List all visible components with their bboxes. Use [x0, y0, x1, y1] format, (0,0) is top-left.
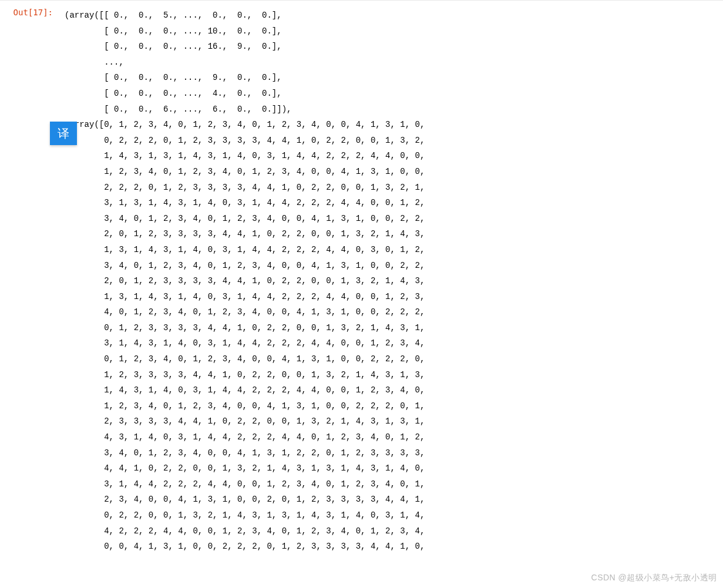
array2-row-27: 0, 0, 4, 1, 3, 1, 0, 0, 2, 2, 2, 0, 1, 2…	[104, 542, 425, 551]
array2-row-16: 1, 2, 3, 3, 3, 3, 4, 4, 1, 0, 2, 2, 0, 0…	[104, 370, 425, 379]
array2-row-1: 0, 2, 2, 2, 0, 1, 2, 3, 3, 3, 3, 4, 4, 1…	[104, 136, 425, 145]
array2-row-5: 3, 1, 3, 1, 4, 3, 1, 4, 0, 3, 1, 4, 4, 2…	[104, 198, 425, 207]
array2-row-9: 3, 4, 0, 1, 2, 3, 4, 0, 1, 2, 3, 4, 0, 0…	[104, 261, 425, 270]
array1-row-6: [ 0., 0., 6., ..., 6., 0., 0.]]),	[104, 105, 291, 114]
array2-row-12: 4, 0, 1, 2, 3, 4, 0, 1, 2, 3, 4, 0, 0, 4…	[104, 307, 425, 317]
array2-row-4: 2, 2, 2, 0, 1, 2, 3, 3, 3, 3, 4, 4, 1, 0…	[104, 183, 425, 192]
array2-row-26: 4, 2, 2, 2, 4, 4, 0, 0, 1, 2, 3, 4, 0, 1…	[104, 526, 425, 536]
array2-row-25: 0, 2, 2, 0, 0, 1, 3, 2, 1, 4, 3, 1, 3, 1…	[104, 510, 425, 520]
array2-row-24: 2, 3, 4, 0, 0, 4, 1, 3, 1, 0, 0, 2, 0, 1…	[104, 495, 425, 504]
array2-row-17: 1, 4, 3, 1, 4, 0, 3, 1, 4, 4, 2, 2, 2, 4…	[104, 385, 425, 395]
array1-row-3: ...,	[104, 58, 124, 67]
array1-row-0: [ 0., 0., 5., ..., 0., 0., 0.],	[104, 11, 281, 20]
output-prompt-label: Out[17]:	[14, 8, 53, 17]
array1-row-1: [ 0., 0., 0., ..., 10., 0., 0.],	[104, 26, 281, 36]
array2-row-19: 2, 3, 3, 3, 3, 4, 4, 1, 0, 2, 2, 0, 0, 1…	[104, 416, 425, 426]
translate-button[interactable]: 译	[50, 122, 77, 145]
array1-row-4: [ 0., 0., 0., ..., 9., 0., 0.],	[104, 73, 281, 82]
output-cell: Out[17]: (array([[ 0., 0., 5., ..., 0., …	[0, 0, 723, 558]
array2-row-21: 3, 4, 0, 1, 2, 3, 4, 0, 0, 4, 1, 3, 1, 2…	[104, 448, 425, 458]
array2-row-6: 3, 4, 0, 1, 2, 3, 4, 0, 1, 2, 3, 4, 0, 0…	[104, 214, 425, 223]
array2-row-22: 4, 4, 1, 0, 2, 2, 0, 0, 1, 3, 2, 1, 4, 3…	[104, 463, 425, 473]
array1-row-5: [ 0., 0., 0., ..., 4., 0., 0.],	[104, 89, 281, 98]
output-prompt-area: Out[17]:	[0, 4, 59, 558]
array2-row-8: 1, 3, 1, 4, 3, 1, 4, 0, 3, 1, 4, 4, 2, 2…	[104, 245, 425, 254]
output-tuple-open: (array([	[65, 11, 104, 20]
array2-row-0: array([0, 1, 2, 3, 4, 0, 1, 2, 3, 4, 0, …	[69, 120, 425, 129]
array2-row-23: 3, 1, 4, 4, 2, 2, 2, 4, 4, 0, 0, 1, 2, 3…	[104, 479, 425, 489]
array2-row-18: 1, 2, 3, 4, 0, 1, 2, 3, 4, 0, 0, 4, 1, 3…	[104, 401, 425, 411]
output-text-area[interactable]: (array([[ 0., 0., 5., ..., 0., 0., 0.], …	[59, 4, 723, 558]
array2-row-7: 2, 0, 1, 2, 3, 3, 3, 3, 4, 4, 1, 0, 2, 2…	[104, 229, 425, 238]
array2-row-15: 0, 1, 2, 3, 4, 0, 1, 2, 3, 4, 0, 0, 4, 1…	[104, 354, 425, 364]
array2-row-11: 1, 3, 1, 4, 3, 1, 4, 0, 3, 1, 4, 4, 2, 2…	[104, 292, 425, 301]
array1-row-2: [ 0., 0., 0., ..., 16., 9., 0.],	[104, 42, 281, 51]
array2-row-13: 0, 1, 2, 3, 3, 3, 3, 4, 4, 1, 0, 2, 2, 0…	[104, 323, 425, 332]
array2-row-3: 1, 2, 3, 4, 0, 1, 2, 3, 4, 0, 1, 2, 3, 4…	[104, 167, 425, 176]
translate-label: 译	[58, 126, 69, 142]
array2-row-14: 3, 1, 4, 3, 1, 4, 0, 3, 1, 4, 4, 2, 2, 2…	[104, 338, 425, 348]
array2-row-2: 1, 4, 3, 1, 3, 1, 4, 3, 1, 4, 0, 3, 1, 4…	[104, 151, 425, 160]
array2-row-10: 2, 0, 1, 2, 3, 3, 3, 3, 4, 4, 1, 0, 2, 2…	[104, 276, 425, 285]
array2-row-20: 4, 3, 1, 4, 0, 3, 1, 4, 4, 2, 2, 2, 4, 4…	[104, 432, 425, 442]
